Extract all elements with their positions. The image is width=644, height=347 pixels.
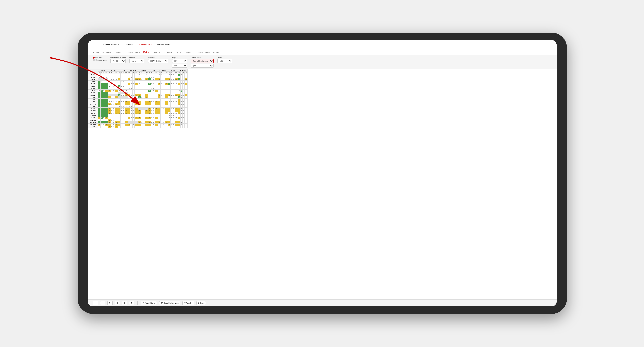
- matrix-cell: 0: [143, 96, 145, 99]
- matrix-cell: [128, 81, 130, 83]
- row-label: 21. ETSU: [88, 119, 98, 121]
- table-row: 16. UO11014110110120111011013110: [88, 108, 188, 110]
- matrix-cell: 25: [115, 124, 118, 126]
- matrix-cell: [185, 121, 188, 124]
- matrix-cell: [171, 96, 173, 99]
- matrix-container[interactable]: 3. ASU 10. UW 11. UA 22. UCB 24. UO 27. …: [88, 69, 557, 299]
- matrix-cell: [182, 81, 184, 83]
- matrix-cell: 0: [153, 121, 155, 124]
- matrix-cell: [123, 119, 125, 121]
- matrix-cell: [180, 114, 182, 117]
- matrix-cell: [128, 74, 130, 76]
- share-button[interactable]: ⤴ Share: [196, 301, 206, 305]
- matrix-cell: 1: [171, 74, 173, 76]
- matrix-cell: 0: [173, 78, 175, 81]
- nav-tournaments[interactable]: TOURNAMENTS: [100, 42, 119, 47]
- matrix-cell: [101, 114, 103, 117]
- matrix-cell: [130, 126, 132, 128]
- col-uo: 24. UO: [138, 69, 148, 72]
- matrix-cell: [173, 99, 175, 101]
- matrix-cell: [132, 74, 134, 76]
- matrix-cell: [103, 85, 105, 87]
- matrix-cell: [175, 92, 178, 94]
- share-label: ⤴ Share: [198, 302, 204, 304]
- matrix-cell: 1: [132, 124, 134, 126]
- matrix-cell: [103, 114, 105, 117]
- matrix-cell: 0: [173, 83, 175, 85]
- subnav-summary2[interactable]: Summary: [164, 50, 172, 55]
- matrix-cell: [168, 85, 171, 87]
- team-label: Team: [217, 57, 232, 59]
- gender-select[interactable]: Men's: [129, 59, 144, 63]
- subnav-h2h-heatmap[interactable]: H2H Heatmap: [127, 50, 140, 55]
- corner-cell: [88, 69, 98, 74]
- subnav-matrix2[interactable]: Matrix: [213, 50, 219, 55]
- matrix-cell: [101, 112, 103, 114]
- matrix-cell: [123, 99, 125, 101]
- matrix-cell: [185, 94, 188, 96]
- division-select[interactable]: NCAA Division I: [148, 59, 168, 63]
- matrix-cell: [185, 96, 188, 99]
- matrix-cell: [171, 119, 173, 121]
- subnav-detail[interactable]: Detail: [176, 50, 181, 55]
- max-teams-select[interactable]: Top 25: [110, 59, 126, 63]
- matrix-cell: [168, 92, 171, 94]
- matrix-cell: 0: [163, 121, 165, 124]
- refresh-button[interactable]: ⟳: [107, 301, 113, 305]
- undo-button[interactable]: ↩: [93, 301, 98, 305]
- matrix-cell: [101, 83, 103, 85]
- nav-items: TOURNAMENTS TEAMS COMMITTEE RANKINGS: [100, 42, 171, 47]
- matrix-cell: [105, 74, 108, 76]
- nav-teams[interactable]: TEAMS: [124, 42, 133, 47]
- settings-button[interactable]: ⚙: [129, 301, 134, 305]
- zoom-in-button[interactable]: ⊕: [122, 301, 127, 305]
- matrix-cell: 1: [108, 85, 111, 87]
- matrix-cell: 40: [175, 83, 178, 85]
- view-original-button[interactable]: 👁 View: Original: [141, 301, 157, 305]
- matrix-cell: [185, 110, 188, 112]
- compact-view-radio[interactable]: Compact View: [93, 59, 107, 61]
- nav-rankings[interactable]: RANKINGS: [157, 42, 171, 47]
- region-select2[interactable]: N/A: [172, 64, 187, 68]
- row-label: 7. UM: [88, 87, 98, 90]
- matrix-cell: 0: [130, 112, 132, 114]
- matrix-cell: [173, 105, 175, 108]
- matrix-cell: [151, 96, 153, 99]
- region-select[interactable]: N/A: [172, 59, 187, 63]
- matrix-cell: 5: [145, 121, 148, 124]
- matrix-cell: 0: [145, 110, 148, 112]
- watch-button[interactable]: 👁 Watch ▾: [182, 301, 194, 305]
- matrix-cell: 1: [178, 108, 180, 110]
- matrix-cell: [105, 92, 108, 94]
- col-su: 27. SU: [148, 69, 158, 72]
- matrix-cell: [143, 74, 145, 76]
- full-view-radio[interactable]: Full View: [93, 57, 107, 59]
- conference-select2[interactable]: (All): [191, 64, 214, 68]
- team-select[interactable]: (All): [217, 59, 232, 63]
- conference-select[interactable]: Pac-12 Conference (All): [191, 59, 214, 63]
- subnav-matrix[interactable]: Matrix: [143, 49, 149, 55]
- matrix-cell: 1: [148, 121, 151, 124]
- nav-committee[interactable]: COMMITTEE: [138, 42, 152, 47]
- subnav-teams[interactable]: Teams: [93, 50, 99, 55]
- redo-button[interactable]: ↪: [100, 301, 105, 305]
- matrix-cell: 1: [178, 94, 180, 96]
- table-row: 1. AU005001001010: [88, 74, 188, 76]
- matrix-cell: [151, 81, 153, 83]
- matrix-cell: 0: [163, 94, 165, 96]
- subnav-h2h-heatmap2[interactable]: H2H Heatmap: [197, 50, 210, 55]
- matrix-cell: 0: [178, 90, 180, 92]
- matrix-cell: [105, 96, 108, 99]
- subnav-summary[interactable]: Summary: [103, 50, 111, 55]
- matrix-cell: [123, 78, 125, 81]
- subnav-h2h-grid2[interactable]: H2H Grid: [185, 50, 193, 55]
- matrix-cell: [118, 83, 120, 85]
- matrix-cell: [148, 74, 151, 76]
- subnav-players[interactable]: Players: [153, 50, 160, 55]
- matrix-cell: 0: [180, 103, 182, 105]
- matrix-cell: [111, 92, 113, 94]
- save-custom-view-button[interactable]: 💾 Save Custom View: [159, 301, 180, 305]
- subnav-h2h-grid[interactable]: H2H Grid: [115, 50, 123, 55]
- zoom-out-button[interactable]: ⊖: [115, 301, 120, 305]
- matrix-cell: [171, 99, 173, 101]
